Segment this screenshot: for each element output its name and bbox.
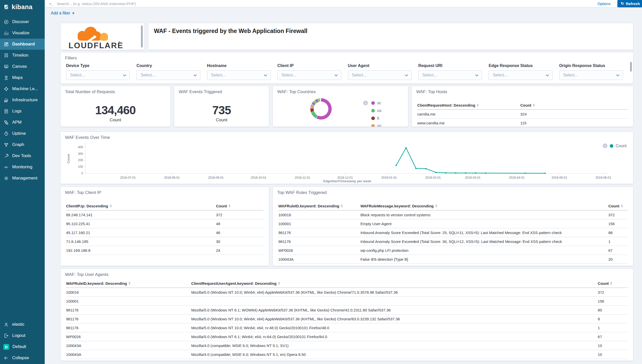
timelion-icon — [3, 53, 9, 58]
table-row: www.camilia.me115 — [417, 119, 628, 127]
table-row: 100043AFalse IE6 detection [Type B]20 — [278, 255, 628, 264]
sidebar-item-timelion[interactable]: Timelion — [0, 50, 45, 61]
sidebar-item-default[interactable]: DDefault — [0, 341, 45, 352]
panel-scrollbar[interactable] — [630, 62, 632, 72]
table-cell: 372 — [608, 213, 628, 217]
sort-icon[interactable] — [278, 282, 280, 285]
legend-toggle-icon[interactable]: › — [363, 101, 368, 105]
sidebar-item-label: APM — [12, 120, 22, 125]
refresh-button[interactable]: ↻ Refresh — [617, 0, 642, 7]
sidebar-item-label: Monitoring — [12, 164, 32, 170]
sidebar-item-collapse[interactable]: Collapse — [0, 352, 45, 363]
sort-icon[interactable] — [229, 204, 231, 207]
sidebar-item-elastic[interactable]: elastic — [0, 319, 45, 330]
table-cell: 981176 — [66, 317, 191, 321]
column-header-clientrequestuseragent-keyword-descending[interactable]: ClientRequestUserAgent.keyword: Descendi… — [191, 281, 598, 286]
options-button[interactable]: Options — [596, 1, 612, 6]
svg-text:200: 200 — [78, 158, 83, 162]
search-input[interactable] — [56, 1, 591, 6]
sort-icon[interactable] — [621, 204, 623, 207]
sort-icon[interactable] — [341, 204, 343, 207]
panel-total-requests: Total Number of Requests 134,460 Count — [60, 86, 171, 127]
table-cell: 372 — [598, 290, 628, 294]
table-row: 100016Mozilla/5.0 (Windows NT 10.0; Win6… — [66, 288, 628, 297]
sidebar-item-apm[interactable]: APM — [0, 117, 45, 128]
column-header-clientrequesthost-descending[interactable]: ClientRequestHost: Descending — [417, 103, 520, 107]
table-header-row: ClientRequestHost: DescendingCount — [417, 101, 628, 110]
sidebar-item-machine-le[interactable]: Machine Le... — [0, 83, 45, 94]
panel-top-waf-rules: Top WAF Rules Triggered WAFRuleID.keywor… — [272, 187, 633, 266]
legend-item-vn[interactable]: vn — [371, 122, 381, 127]
logs-icon — [3, 108, 9, 114]
table-cell: 67 — [608, 248, 628, 253]
select-placeholder: Select... — [563, 73, 578, 77]
filter-field-client-ip: Client IPSelect... — [277, 63, 341, 80]
sidebar-item-visualize[interactable]: Visualize — [0, 27, 45, 39]
waf-events-line-chart[interactable]: 01002003004002018-07-012018-08-012018-09… — [66, 140, 628, 184]
svg-text:2018-12-01: 2018-12-01 — [337, 176, 353, 179]
dashboard-title: WAF - Events triggered by the Web Applic… — [154, 28, 307, 35]
filter-select-origin-response-status[interactable]: Select... — [559, 70, 623, 80]
legend-label: vn — [377, 124, 381, 127]
sidebar-item-label: Collapse — [12, 355, 29, 360]
table-row: camilia.me324 — [417, 110, 628, 119]
column-header-count[interactable]: Count — [608, 204, 628, 208]
legend-item-us[interactable]: us — [371, 107, 381, 114]
add-filter-button[interactable]: Add a filter + — [49, 10, 76, 16]
filter-field-device-type: Device TypeSelect... — [66, 63, 130, 80]
sort-icon[interactable] — [110, 204, 112, 207]
panel-scrollbar[interactable] — [141, 25, 143, 47]
sidebar-item-label: Infrastructure — [12, 97, 38, 103]
legend-item-sc[interactable]: sc — [371, 99, 381, 107]
filter-field-user-agent: User AgentSelect... — [348, 63, 412, 80]
sidebar-item-infrastructure[interactable]: Infrastructure — [0, 94, 45, 106]
table-cell: 100043A — [66, 352, 191, 357]
table-cell: 48 — [216, 222, 263, 226]
legend-item-it[interactable]: it — [371, 114, 381, 122]
query-bar: >_ Options ↻ Refresh — [45, 0, 642, 7]
sidebar-item-monitoring[interactable]: Monitoring — [0, 161, 45, 173]
filter-select-device-type[interactable]: Select... — [66, 70, 130, 80]
svg-text:2018-11-01: 2018-11-01 — [295, 176, 310, 179]
filter-select-request-uri[interactable]: Select... — [418, 70, 482, 80]
column-header-wafruleid-keyword-descending[interactable]: WAFRuleID.keyword: Descending — [66, 281, 191, 286]
sidebar-item-discover[interactable]: Discover — [0, 16, 45, 27]
sidebar-item-uptime[interactable]: Uptime — [0, 128, 45, 139]
filter-label: User Agent — [348, 63, 412, 68]
sidebar-item-maps[interactable]: Maps — [0, 72, 45, 83]
sidebar-item-canvas[interactable]: Canvas — [0, 61, 45, 72]
filter-select-country[interactable]: Select... — [136, 70, 200, 80]
filter-select-edge-response-status[interactable]: Select... — [489, 70, 552, 80]
filter-select-user-agent[interactable]: Select... — [348, 70, 412, 80]
sidebar-item-logout[interactable]: Logout — [0, 330, 45, 341]
sort-icon[interactable] — [435, 204, 437, 207]
column-header-count[interactable]: Count — [216, 204, 263, 208]
chevron-down-icon — [546, 73, 549, 76]
filter-select-hostname[interactable]: Select... — [207, 70, 271, 80]
sort-icon[interactable] — [477, 104, 479, 107]
sort-icon[interactable] — [533, 104, 535, 107]
sidebar-item-dev-tools[interactable]: Dev Tools — [0, 150, 45, 161]
sidebar-item-graph[interactable]: Graph — [0, 139, 45, 150]
select-placeholder: Select... — [281, 73, 296, 77]
sidebar-item-dashboard[interactable]: Dashboard — [0, 39, 45, 50]
sidebar-item-management[interactable]: Management — [0, 173, 45, 184]
sidebar-item-logs[interactable]: Logs — [0, 106, 45, 117]
filter-select-client-ip[interactable]: Select... — [277, 70, 341, 80]
kibana-logo-row[interactable]: kibana — [0, 0, 45, 11]
column-header-clientip-ip-descending[interactable]: ClientIP.ip: Descending — [66, 204, 216, 208]
svg-text:2019-01-01: 2019-01-01 — [381, 176, 397, 179]
legend-swatch — [371, 117, 375, 120]
column-header-wafruleid-keyword-descending[interactable]: WAFRuleID.keyword: Descending — [278, 204, 360, 208]
sort-icon[interactable] — [610, 282, 612, 285]
metric-label: Count — [174, 118, 269, 123]
column-header-wafrulemessage-keyword-descending[interactable]: WAFRuleMessage.keyword: Descending — [360, 204, 608, 208]
donut-chart[interactable] — [310, 98, 332, 120]
sort-icon[interactable] — [129, 282, 131, 285]
table-cell: 156 — [608, 222, 628, 226]
metric-label: Count — [60, 118, 170, 123]
panel-waf-events-triggered: WAF Events Triggered 735 Count — [174, 86, 269, 127]
column-header-count[interactable]: Count — [598, 281, 628, 286]
panel-title: WAF Events Triggered — [179, 89, 222, 94]
column-header-count[interactable]: Count — [520, 103, 628, 107]
